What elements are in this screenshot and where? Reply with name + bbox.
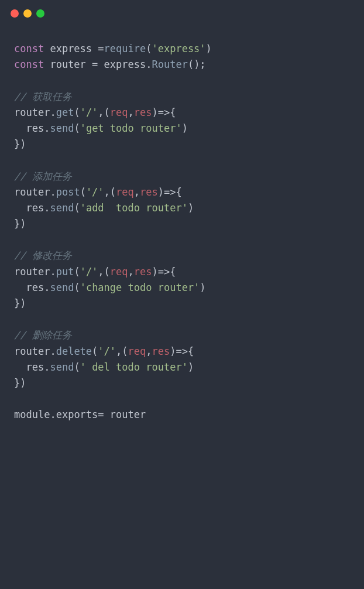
punct: , (134, 186, 140, 198)
identifier: router (14, 107, 50, 118)
punct: ,( (98, 266, 109, 278)
comment: // 删除任务 (14, 329, 72, 341)
indent (14, 361, 26, 373)
code-line: router.put('/',(req,res)=>{ (14, 264, 350, 280)
code-line: router.get('/',(req,res)=>{ (14, 105, 350, 121)
punct: , (128, 266, 134, 278)
function-call: post (56, 186, 80, 198)
function-call: put (56, 266, 74, 278)
punct: )=>{ (170, 345, 194, 357)
punct: . (50, 266, 56, 278)
punct: . (50, 186, 56, 198)
param: res (134, 107, 152, 118)
punct: (); (188, 59, 206, 70)
punct: ) (188, 202, 194, 214)
punct: , (128, 107, 134, 118)
punct: ( (74, 202, 80, 214)
identifier: module (14, 409, 50, 420)
punct: = (92, 59, 104, 70)
code-line: }) (14, 216, 350, 232)
identifier: exports (56, 409, 98, 420)
function-call: delete (56, 345, 92, 357)
blank-line (14, 232, 350, 248)
minimize-icon (23, 9, 32, 18)
punct: )=>{ (152, 266, 176, 278)
punct: ( (92, 345, 98, 357)
identifier: res (26, 202, 44, 214)
string: 'express' (152, 43, 205, 54)
identifier: res (26, 361, 44, 373)
code-line: router.post('/',(req,res)=>{ (14, 184, 350, 200)
keyword: const (14, 43, 44, 54)
code-line: }) (14, 136, 350, 152)
string: '/' (98, 345, 116, 357)
blank-line (14, 73, 350, 88)
function-call: require (104, 43, 146, 54)
punct: . (50, 409, 56, 420)
code-line: // 获取任务 (14, 89, 350, 105)
comment: // 添加任务 (14, 170, 72, 182)
code-line: router.delete('/',(req,res)=>{ (14, 344, 350, 359)
code-line: // 修改任务 (14, 248, 350, 263)
string: '/' (86, 186, 104, 198)
param: res (134, 266, 152, 278)
comment: // 修改任务 (14, 249, 72, 261)
code-line: const express =require('express') (14, 41, 350, 57)
param: req (128, 345, 146, 357)
punct: }) (14, 138, 26, 150)
indent (14, 122, 26, 134)
code-line: }) (14, 296, 350, 311)
punct: ) (206, 43, 212, 54)
punct: }) (14, 297, 26, 309)
function-call: get (56, 107, 74, 118)
string: '/' (80, 107, 98, 118)
function-call: send (50, 122, 74, 134)
identifier: router (110, 409, 146, 420)
punct: . (44, 282, 50, 293)
string: '/' (80, 266, 98, 278)
punct: , (146, 345, 152, 357)
string: 'get todo router' (80, 122, 182, 134)
punct: ( (80, 186, 86, 198)
code-line: // 添加任务 (14, 169, 350, 184)
string: 'change todo router' (80, 282, 200, 293)
code-line: res.send(' del todo router') (14, 359, 350, 375)
comment: // 获取任务 (14, 91, 72, 102)
punct: ,( (98, 107, 109, 118)
indent (14, 202, 26, 214)
keyword: const (14, 59, 44, 70)
identifier: express (44, 43, 98, 54)
punct: ) (188, 361, 194, 373)
code-line: // 删除任务 (14, 327, 350, 343)
punct: ( (74, 282, 80, 293)
param: req (110, 107, 128, 118)
punct: }) (14, 377, 26, 389)
param: res (140, 186, 158, 198)
identifier: res (26, 122, 44, 134)
code-line: module.exports= router (14, 407, 350, 423)
punct: ,( (116, 345, 128, 357)
param: req (110, 266, 128, 278)
punct: )=>{ (158, 186, 182, 198)
punct: ( (74, 107, 80, 118)
function-call: send (50, 282, 74, 293)
identifier: router (14, 345, 50, 357)
punct: ( (74, 361, 80, 373)
string: 'add todo router' (80, 202, 188, 214)
function-call: Router (152, 59, 187, 70)
punct: = (98, 409, 109, 420)
blank-line (14, 152, 350, 168)
punct: }) (14, 218, 26, 230)
string: ' del todo router' (80, 361, 188, 373)
code-line: }) (14, 375, 350, 391)
identifier: router (44, 59, 92, 70)
param: res (152, 345, 170, 357)
code-line: res.send('add todo router') (14, 200, 350, 216)
identifier: router (14, 266, 50, 278)
maximize-icon (36, 9, 44, 18)
close-icon (11, 9, 19, 18)
punct: . (50, 345, 56, 357)
punct: . (146, 59, 152, 70)
punct: = (98, 43, 104, 54)
indent (14, 282, 26, 293)
